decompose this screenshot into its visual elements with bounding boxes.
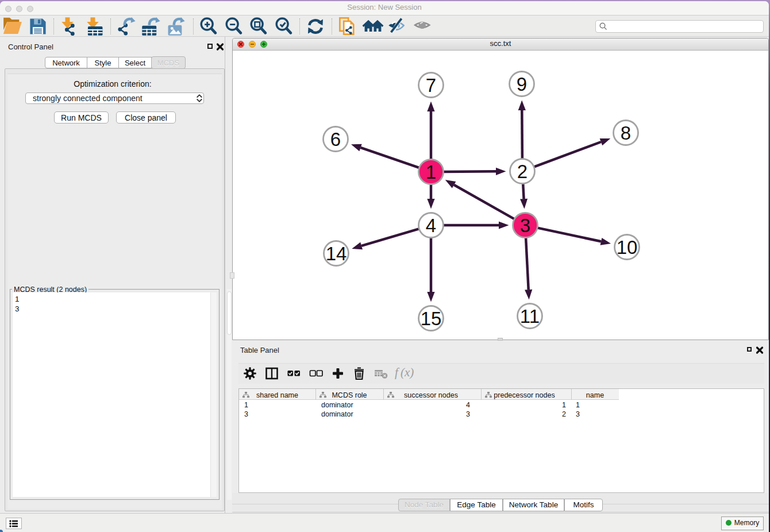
svg-text:10: 10 [617,237,638,258]
svg-text:3: 3 [520,215,530,236]
svg-text:8: 8 [621,122,631,144]
svg-text:15: 15 [421,308,442,329]
svg-text:1: 1 [426,161,436,183]
svg-text:9: 9 [517,74,527,95]
svg-text:4: 4 [426,215,436,236]
svg-text:2: 2 [517,161,528,182]
svg-text:11: 11 [520,306,540,327]
svg-text:7: 7 [426,75,436,96]
svg-text:14: 14 [326,243,347,264]
svg-text:6: 6 [330,129,341,150]
